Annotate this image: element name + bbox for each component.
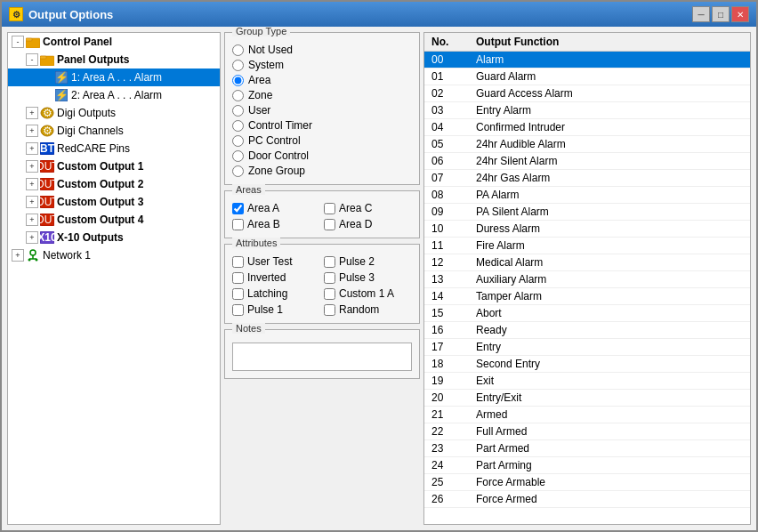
tree-item-output-1[interactable]: ⚡1: Area A . . . Alarm	[8, 69, 220, 86]
table-row[interactable]: 17Entry	[424, 339, 750, 356]
table-row[interactable]: 04Confirmed Intruder	[424, 119, 750, 136]
attr-checkbox-inverted[interactable]	[232, 272, 244, 284]
radio-pc-control[interactable]	[232, 135, 244, 147]
table-row[interactable]: 11Fire Alarm	[424, 238, 750, 254]
tree-expander-x10-outputs[interactable]: +	[26, 231, 38, 244]
tree-expander-custom-output-2[interactable]: +	[26, 178, 38, 190]
table-row[interactable]: 15Abort	[424, 305, 750, 322]
table-row[interactable]: 20Entry/Exit	[424, 390, 750, 407]
attr-item-pulse-3[interactable]: Pulse 3	[324, 271, 412, 284]
attr-item-custom-1a[interactable]: Custom 1 A	[324, 287, 412, 300]
attr-checkbox-custom-1a[interactable]	[324, 288, 335, 300]
table-row[interactable]: 22Full Armed	[424, 423, 750, 440]
minimize-button[interactable]: ─	[692, 6, 710, 22]
radio-item-area[interactable]: Area	[232, 74, 412, 86]
area-checkbox-area-b[interactable]	[232, 219, 244, 230]
radio-control-timer[interactable]	[232, 120, 244, 132]
area-checkbox-area-c[interactable]	[324, 203, 335, 214]
radio-item-zone[interactable]: Zone	[232, 89, 412, 101]
table-row[interactable]: 18Second Entry	[424, 356, 750, 373]
attr-item-inverted[interactable]: Inverted	[232, 271, 320, 284]
radio-area[interactable]	[232, 75, 244, 86]
radio-item-system[interactable]: System	[232, 59, 412, 71]
table-row[interactable]: 12Medical Alarm	[424, 254, 750, 271]
table-row[interactable]: 23Part Armed	[424, 440, 750, 457]
close-button[interactable]: ✕	[731, 6, 749, 22]
table-row[interactable]: 08PA Alarm	[424, 187, 750, 204]
table-row[interactable]: 01Guard Alarm	[424, 69, 750, 85]
table-row[interactable]: 26Force Armed	[424, 491, 750, 508]
tree-item-digi-outputs[interactable]: +⚙Digi Outputs	[8, 104, 220, 122]
table-row[interactable]: 13Auxiliary Alarm	[424, 271, 750, 288]
area-item-area-b[interactable]: Area B	[232, 218, 320, 230]
table-row[interactable]: 0724hr Gas Alarm	[424, 170, 750, 187]
attr-checkbox-latching[interactable]	[232, 288, 244, 300]
tree-expander-panel-outputs[interactable]: -	[26, 53, 38, 66]
attr-item-pulse-2[interactable]: Pulse 2	[324, 255, 412, 268]
radio-not-used[interactable]	[232, 44, 244, 56]
attr-checkbox-user-test[interactable]	[232, 256, 244, 268]
tree-item-digi-channels[interactable]: +⚙Digi Channels	[8, 122, 220, 140]
tree-expander-custom-output-3[interactable]: +	[26, 196, 38, 208]
tree-item-custom-output-2[interactable]: +OUTCustom Output 2	[8, 175, 220, 193]
attr-checkbox-pulse-3[interactable]	[324, 272, 335, 284]
table-row[interactable]: 10Duress Alarm	[424, 221, 750, 238]
table-row[interactable]: 0524hr Audible Alarm	[424, 136, 750, 153]
tree-item-custom-output-3[interactable]: +OUTCustom Output 3	[8, 193, 220, 211]
radio-item-not-used[interactable]: Not Used	[232, 44, 412, 56]
area-item-area-d[interactable]: Area D	[324, 218, 412, 230]
tree-item-custom-output-4[interactable]: +OUTCustom Output 4	[8, 211, 220, 229]
table-row[interactable]: 0624hr Silent Alarm	[424, 153, 750, 170]
maximize-button[interactable]: □	[712, 6, 730, 22]
table-row[interactable]: 09PA Silent Alarm	[424, 204, 750, 221]
attr-checkbox-pulse-1[interactable]	[232, 304, 244, 316]
table-row[interactable]: 21Armed	[424, 407, 750, 423]
radio-item-door-control[interactable]: Door Control	[232, 149, 412, 162]
radio-system[interactable]	[232, 60, 244, 71]
tree-expander-digi-outputs[interactable]: +	[26, 107, 38, 119]
notes-input[interactable]	[232, 343, 412, 371]
table-row[interactable]: 25Force Armable	[424, 474, 750, 491]
tree-label-digi-channels: Digi Channels	[57, 125, 124, 137]
row-number: 16	[431, 324, 458, 336]
area-item-area-c[interactable]: Area C	[324, 202, 412, 214]
tree-expander-redcare-pins[interactable]: +	[26, 142, 38, 155]
attr-item-user-test[interactable]: User Test	[232, 255, 320, 268]
radio-door-control[interactable]	[232, 150, 244, 162]
table-row[interactable]: 14Tamper Alarm	[424, 288, 750, 305]
tree-item-custom-output-1[interactable]: +OUTCustom Output 1	[8, 157, 220, 175]
table-row[interactable]: 19Exit	[424, 373, 750, 390]
area-checkbox-area-d[interactable]	[324, 219, 335, 230]
tree-item-output-2[interactable]: ⚡2: Area A . . . Alarm	[8, 86, 220, 104]
tree-expander-custom-output-4[interactable]: +	[26, 214, 38, 226]
tree-expander-custom-output-1[interactable]: +	[26, 160, 38, 173]
area-item-area-a[interactable]: Area A	[232, 202, 320, 214]
attr-item-latching[interactable]: Latching	[232, 287, 320, 300]
attr-item-random[interactable]: Random	[324, 303, 412, 316]
radio-zone-group[interactable]	[232, 165, 244, 177]
area-checkbox-area-a[interactable]	[232, 203, 244, 214]
tree-item-x10-outputs[interactable]: +X10X-10 Outputs	[8, 229, 220, 246]
radio-item-user[interactable]: User	[232, 104, 412, 117]
tree-item-control-panel[interactable]: -Control Panel	[8, 33, 220, 51]
radio-item-control-timer[interactable]: Control Timer	[232, 119, 412, 132]
table-row[interactable]: 16Ready	[424, 322, 750, 339]
table-row[interactable]: 24Part Arming	[424, 457, 750, 474]
radio-item-pc-control[interactable]: PC Control	[232, 134, 412, 147]
radio-user[interactable]	[232, 105, 244, 117]
radio-item-zone-group[interactable]: Zone Group	[232, 165, 412, 177]
attr-item-pulse-1[interactable]: Pulse 1	[232, 303, 320, 316]
table-row[interactable]: 00Alarm	[424, 52, 750, 69]
attr-checkbox-pulse-2[interactable]	[324, 256, 335, 268]
tree-expander-control-panel[interactable]: -	[12, 36, 24, 48]
table-row[interactable]: 02Guard Access Alarm	[424, 85, 750, 102]
table-row[interactable]: 03Entry Alarm	[424, 102, 750, 119]
tree-item-panel-outputs[interactable]: -Panel Outputs	[8, 51, 220, 69]
tree-item-network-1[interactable]: +Network 1	[8, 246, 220, 264]
tree-expander-network-1[interactable]: +	[12, 249, 24, 262]
tree-item-redcare-pins[interactable]: +BTRedCARE Pins	[8, 140, 220, 157]
svg-point-27	[28, 259, 31, 262]
radio-zone[interactable]	[232, 90, 244, 101]
attr-checkbox-random[interactable]	[324, 304, 335, 316]
tree-expander-digi-channels[interactable]: +	[26, 125, 38, 137]
